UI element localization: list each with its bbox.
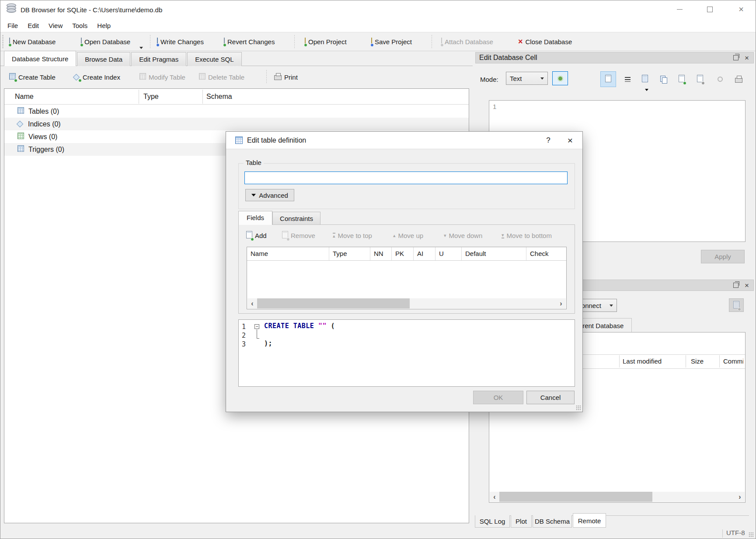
dropdown-caret-icon	[139, 47, 143, 49]
close-button[interactable]: ×	[732, 0, 751, 18]
tree-column-name[interactable]: Name	[15, 89, 34, 105]
menu-help[interactable]: Help	[92, 21, 115, 31]
float-panel-icon[interactable]	[733, 283, 739, 288]
menu-tools[interactable]: Tools	[67, 21, 92, 31]
tab-sql-log[interactable]: SQL Log	[475, 515, 510, 528]
link-data-button[interactable]	[692, 71, 708, 87]
move-up-icon: ▴	[393, 233, 396, 238]
print-cell-button[interactable]	[731, 71, 746, 87]
open-in-editor-button[interactable]	[674, 71, 690, 87]
app-window: DB Browser for SQLite - C:\Users\turne\d…	[0, 0, 756, 539]
open-database-icon	[81, 38, 82, 46]
remote-column-size[interactable]: Size	[691, 357, 704, 365]
remote-column-commit[interactable]: Commit	[723, 357, 743, 365]
remote-column-last-modified[interactable]: Last modified	[623, 357, 662, 365]
scrollbar-thumb[interactable]	[499, 492, 652, 502]
save-project-icon	[371, 38, 372, 46]
word-wrap-icon	[625, 77, 631, 82]
sql-line-3: );	[264, 340, 272, 347]
move-to-top-icon: ▴	[333, 233, 335, 238]
auto-apply-toggle-button[interactable]	[552, 71, 568, 85]
fields-table: Name Type NN PK AI U Default Check ‹ ›	[247, 247, 567, 309]
tab-database-structure[interactable]: Database Structure	[4, 51, 76, 66]
field-column-pk[interactable]: PK	[392, 247, 414, 260]
field-column-type[interactable]: Type	[329, 247, 370, 260]
menu-view[interactable]: View	[44, 21, 67, 31]
text-mode-button[interactable]	[600, 71, 616, 87]
column-divider[interactable]	[202, 90, 203, 104]
column-divider[interactable]	[686, 355, 686, 368]
add-field-icon	[246, 231, 252, 240]
fold-marker-icon[interactable]: −	[254, 324, 259, 329]
open-project-button[interactable]: Open Project	[302, 32, 349, 51]
field-column-ai[interactable]: AI	[414, 247, 435, 260]
help-button[interactable]: ?	[539, 136, 558, 145]
new-database-button[interactable]: New Database	[7, 32, 58, 51]
field-column-u[interactable]: U	[435, 247, 462, 260]
column-divider[interactable]	[619, 355, 620, 368]
cancel-button[interactable]: Cancel	[526, 391, 575, 404]
encoding-indicator[interactable]: UTF-8	[726, 529, 745, 536]
scroll-left-icon[interactable]: ‹	[247, 298, 257, 308]
document-text-icon	[605, 75, 611, 84]
word-wrap-button[interactable]	[620, 71, 635, 87]
move-to-bottom-button: ▾ Move to bottom	[502, 229, 552, 242]
minimize-icon	[677, 9, 683, 10]
column-divider[interactable]	[139, 90, 139, 104]
close-panel-icon[interactable]: ×	[745, 54, 749, 62]
dialog-close-button[interactable]: ×	[558, 135, 582, 146]
tab-constraints[interactable]: Constraints	[272, 212, 321, 225]
tab-execute-sql[interactable]: Execute SQL	[187, 52, 241, 66]
import-dropdown[interactable]	[645, 85, 648, 92]
print-button[interactable]: Print	[272, 68, 300, 86]
column-divider[interactable]	[719, 355, 720, 368]
export-data-button[interactable]	[655, 71, 671, 87]
mode-combobox[interactable]: Text	[506, 72, 548, 85]
close-database-button[interactable]: × Close Database	[516, 32, 575, 51]
minimize-button[interactable]	[670, 0, 689, 18]
tree-column-schema[interactable]: Schema	[206, 89, 232, 105]
scrollbar-thumb[interactable]	[257, 298, 410, 308]
tab-remote[interactable]: Remote	[573, 513, 606, 528]
field-column-check[interactable]: Check	[526, 247, 566, 260]
advanced-button[interactable]: Advanced	[245, 189, 294, 201]
create-table-button[interactable]: Create Table	[7, 68, 58, 86]
scroll-left-icon[interactable]: ‹	[490, 492, 499, 502]
sql-preview: 1 2 3 − CREATE TABLE "" ( );	[238, 319, 575, 387]
tab-browse-data[interactable]: Browse Data	[77, 52, 130, 66]
create-index-button[interactable]: Create Index	[71, 68, 123, 86]
tree-row-indices[interactable]: Indices (0)	[4, 118, 469, 130]
field-column-default[interactable]: Default	[462, 247, 526, 260]
open-in-editor-icon	[679, 75, 685, 84]
add-field-button[interactable]: Add	[246, 229, 267, 242]
tab-fields[interactable]: Fields	[238, 211, 272, 225]
combo-caret-icon	[540, 77, 544, 80]
tree-row-tables[interactable]: Tables (0)	[4, 105, 469, 118]
field-column-name[interactable]: Name	[247, 247, 329, 260]
menu-edit[interactable]: Edit	[23, 21, 44, 31]
field-column-nn[interactable]: NN	[370, 247, 392, 260]
tree-column-type[interactable]: Type	[143, 89, 159, 105]
tab-db-schema[interactable]: DB Schema	[533, 515, 572, 528]
tab-plot[interactable]: Plot	[511, 515, 532, 528]
status-bar: UTF-8	[0, 528, 756, 539]
horizontal-scrollbar[interactable]: ‹ ›	[490, 492, 745, 502]
float-panel-icon[interactable]	[733, 55, 739, 60]
write-changes-button[interactable]: Write Changes	[154, 32, 206, 51]
app-database-icon	[7, 5, 16, 15]
tab-edit-pragmas[interactable]: Edit Pragmas	[131, 52, 186, 66]
move-down-button: ▾ Move down	[444, 229, 482, 242]
resize-grip[interactable]	[749, 532, 754, 537]
close-panel-icon[interactable]: ×	[745, 282, 749, 289]
table-name-input[interactable]	[244, 172, 568, 184]
revert-changes-button[interactable]: Revert Changes	[221, 32, 277, 51]
horizontal-scrollbar[interactable]: ‹ ›	[247, 298, 566, 308]
save-project-button[interactable]: Save Project	[369, 32, 415, 51]
open-database-button[interactable]: Open Database	[78, 32, 133, 51]
dialog-resize-grip[interactable]	[576, 405, 581, 410]
open-database-dropdown[interactable]	[139, 43, 143, 50]
scroll-right-icon[interactable]: ›	[556, 298, 566, 308]
menu-file[interactable]: File	[3, 21, 23, 31]
scroll-right-icon[interactable]: ›	[735, 492, 745, 502]
maximize-button[interactable]	[700, 0, 719, 18]
